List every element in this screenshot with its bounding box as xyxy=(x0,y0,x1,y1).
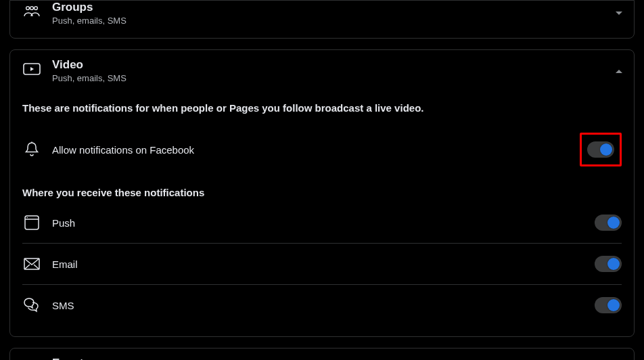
email-icon xyxy=(22,254,41,273)
panel-title: Events xyxy=(52,357,615,360)
svg-point-1 xyxy=(30,7,34,10)
settings-panel-groups: Groups Push, emails, SMS xyxy=(9,0,635,39)
allow-label: Allow notifications on Facebook xyxy=(52,144,580,156)
panel-header-video[interactable]: Video Push, emails, SMS xyxy=(10,50,634,93)
push-label: Push xyxy=(52,217,595,229)
panel-header-groups[interactable]: Groups Push, emails, SMS xyxy=(10,1,634,38)
toggle-email[interactable] xyxy=(595,256,622,272)
panel-title: Video xyxy=(52,58,615,72)
settings-panel-events: Events Push, emails, SMS xyxy=(9,348,635,360)
panel-sub: Push, emails, SMS xyxy=(52,73,615,83)
toggle-push[interactable] xyxy=(595,215,622,231)
row-push: Push xyxy=(22,202,622,244)
chevron-down-icon xyxy=(615,11,623,16)
row-sms: SMS xyxy=(22,285,622,325)
email-label: Email xyxy=(52,258,595,270)
toggle-allow-notifications[interactable] xyxy=(587,141,614,158)
groups-icon xyxy=(22,2,41,21)
panel-title: Groups xyxy=(52,1,615,14)
bell-icon xyxy=(22,140,41,159)
svg-point-7 xyxy=(26,217,28,219)
where-heading: Where you receive these notifications xyxy=(22,187,622,198)
settings-panel-video: Video Push, emails, SMS These are notifi… xyxy=(9,49,635,337)
panel-header-events[interactable]: Events Push, emails, SMS xyxy=(10,348,634,360)
sms-icon xyxy=(22,296,41,315)
highlight-box xyxy=(580,133,622,166)
panel-body-video: These are notifications for when people … xyxy=(10,102,634,336)
video-icon xyxy=(22,60,41,78)
sms-label: SMS xyxy=(52,300,595,311)
svg-point-2 xyxy=(34,7,38,10)
panel-sub: Push, emails, SMS xyxy=(52,16,615,26)
row-email: Email xyxy=(22,244,622,285)
row-allow-notifications: Allow notifications on Facebook xyxy=(22,126,622,173)
chevron-up-icon xyxy=(615,68,623,74)
toggle-sms[interactable] xyxy=(595,297,622,313)
svg-point-0 xyxy=(26,7,30,10)
push-icon xyxy=(22,213,41,232)
video-description: These are notifications for when people … xyxy=(22,102,622,114)
